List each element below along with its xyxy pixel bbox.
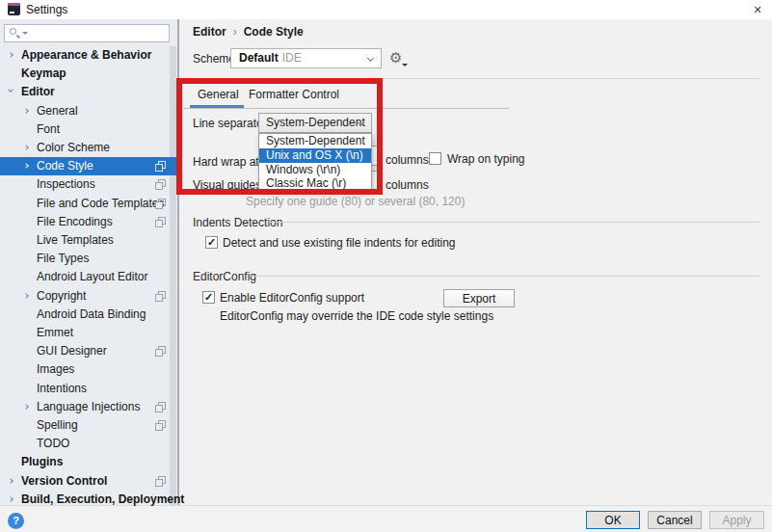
detect-indents-checkbox[interactable]: [205, 236, 218, 249]
ok-button[interactable]: OK: [586, 511, 640, 529]
sidebar-item-label: Emmet: [37, 324, 73, 342]
chevron-right-icon[interactable]: [8, 496, 13, 502]
chevron-right-icon[interactable]: [8, 478, 13, 484]
chevron-right-icon[interactable]: [23, 145, 29, 150]
export-button[interactable]: Export: [443, 289, 515, 307]
chevron-right-icon[interactable]: [23, 163, 29, 169]
sidebar-item-android-layout-editor[interactable]: Android Layout Editor: [0, 268, 177, 286]
tab-bottom-line: [183, 108, 509, 109]
sidebar-item-label: TODO: [37, 435, 69, 453]
sidebar-item-label: Editor: [21, 83, 55, 101]
copy-settings-icon: [155, 217, 166, 227]
sidebar-item-plugins[interactable]: Plugins: [0, 453, 177, 471]
guides-hint: Specify one guide (80) or several (80, 1…: [246, 195, 465, 208]
sidebar-item-label: Language Injections: [37, 398, 140, 416]
sidebar-item-version-control[interactable]: Version Control: [0, 472, 177, 491]
sidebar-item-appearance-behavior[interactable]: Appearance & Behavior: [0, 46, 177, 65]
breadcrumb: Editor›Code Style: [193, 25, 304, 39]
sidebar-item-label: Copyright: [37, 287, 86, 306]
editorconfig-note: EditorConfig may override the IDE code s…: [220, 309, 493, 323]
chevron-right-icon[interactable]: [23, 108, 29, 114]
search-filter-chevron-icon: [22, 32, 28, 35]
active-tab-underline: [190, 105, 244, 108]
sidebar-item-spelling[interactable]: Spelling: [0, 416, 177, 435]
sidebar-item-label: File Types: [37, 250, 89, 268]
section-line: [251, 276, 760, 277]
sidebar-item-keymap[interactable]: Keymap: [0, 65, 177, 83]
search-input[interactable]: [4, 24, 170, 42]
sidebar-item-label: File and Code Templates: [37, 195, 165, 213]
sidebar-item-copyright[interactable]: Copyright: [0, 287, 177, 306]
dropdown-option-4[interactable]: Classic Mac (\r): [259, 176, 371, 191]
chevron-right-icon[interactable]: [8, 52, 13, 58]
sidebar-item-label: Version Control: [21, 472, 107, 491]
sidebar-item-images[interactable]: Images: [0, 360, 177, 379]
chevron-right-icon[interactable]: [23, 404, 29, 410]
sidebar-item-label: Inspections: [37, 175, 95, 194]
tab-formatter-control[interactable]: Formatter Control: [249, 88, 339, 101]
scheme-value: Default: [239, 51, 279, 65]
sidebar-item-file-encodings[interactable]: File Encodings: [0, 213, 177, 231]
copy-settings-icon: [155, 476, 166, 487]
apply-button[interactable]: Apply: [709, 511, 764, 529]
sidebar-item-color-scheme[interactable]: Color Scheme: [0, 139, 177, 157]
copy-settings-icon: [155, 420, 166, 431]
hard-wrap-label: Hard wrap at: [193, 155, 259, 169]
app-icon: [8, 3, 20, 15]
sidebar-item-label: Build, Execution, Deployment: [21, 491, 184, 509]
cancel-button[interactable]: Cancel: [648, 511, 702, 529]
sidebar-item-android-data-binding[interactable]: Android Data Binding: [0, 306, 177, 324]
sidebar-item-live-templates[interactable]: Live Templates: [0, 231, 177, 250]
columns-label-1: columns: [386, 153, 429, 167]
sidebar-item-label: Images: [37, 360, 74, 379]
scheme-select[interactable]: DefaultIDE: [230, 48, 382, 68]
sidebar-item-label: Android Layout Editor: [37, 268, 147, 286]
copy-settings-icon: [155, 346, 166, 357]
sidebar-item-label: Spelling: [37, 416, 78, 435]
chevron-down-icon[interactable]: [8, 88, 13, 93]
settings-window: Settings ✕ Appearance & BehaviorKeymapEd…: [0, 0, 772, 532]
sidebar-item-general[interactable]: General: [0, 102, 177, 120]
sidebar-item-editor[interactable]: Editor: [0, 83, 177, 101]
sidebar-item-emmet[interactable]: Emmet: [0, 324, 177, 342]
copy-settings-icon: [155, 291, 166, 302]
gear-dropdown-arrow-icon: [402, 64, 408, 66]
visual-guides-label: Visual guides:: [193, 178, 265, 192]
dropdown-option-3[interactable]: Windows (\r\n): [259, 163, 371, 177]
header-separator-line: [190, 78, 760, 79]
wrap-on-typing-checkbox[interactable]: [429, 152, 441, 165]
search-icon: [10, 28, 16, 35]
help-button[interactable]: ?: [8, 513, 24, 529]
sidebar-item-gui-designer[interactable]: GUI Designer: [0, 342, 177, 360]
dropdown-option-1[interactable]: System-Dependent: [259, 134, 371, 148]
sidebar-item-build-execution-deployment[interactable]: Build, Execution, Deployment: [0, 491, 177, 509]
window-title: Settings: [26, 3, 67, 16]
tab-general[interactable]: General: [198, 88, 239, 101]
line-separator-value: System-Dependent: [266, 116, 365, 129]
editorconfig-label: Enable EditorConfig support: [220, 291, 364, 305]
line-separator-dropdown: System-DependentUnix and OS X (\n)Window…: [258, 133, 372, 190]
sidebar-item-file-types[interactable]: File Types: [0, 250, 177, 268]
sidebar-item-label: Color Scheme: [37, 139, 110, 157]
chevron-right-icon[interactable]: [23, 293, 29, 299]
sidebar-item-language-injections[interactable]: Language Injections: [0, 398, 177, 416]
sidebar-item-label: Keymap: [21, 65, 67, 83]
dropdown-option-2[interactable]: Unix and OS X (\n): [259, 148, 371, 163]
sidebar-item-label: General: [37, 102, 78, 120]
sidebar-item-label: Plugins: [21, 453, 63, 471]
close-icon[interactable]: ✕: [744, 0, 771, 19]
sidebar-item-intentions[interactable]: Intentions: [0, 380, 177, 398]
columns-label-2: columns: [386, 178, 429, 192]
title-bar: [0, 0, 772, 19]
sidebar-item-inspections[interactable]: Inspections: [0, 175, 177, 194]
copy-settings-icon: [155, 179, 166, 190]
editorconfig-checkbox[interactable]: [202, 291, 215, 304]
breadcrumb-editor[interactable]: Editor: [193, 25, 226, 39]
line-separator-select[interactable]: System-Dependent: [258, 113, 372, 133]
sidebar-item-code-style[interactable]: Code Style: [0, 157, 177, 175]
detect-indents-label: Detect and use existing file indents for…: [223, 236, 455, 250]
sidebar-item-font[interactable]: Font: [0, 120, 177, 139]
scheme-suffix: IDE: [279, 51, 302, 65]
sidebar-item-todo[interactable]: TODO: [0, 435, 177, 453]
sidebar-item-file-and-code-templates[interactable]: File and Code Templates: [0, 195, 177, 213]
